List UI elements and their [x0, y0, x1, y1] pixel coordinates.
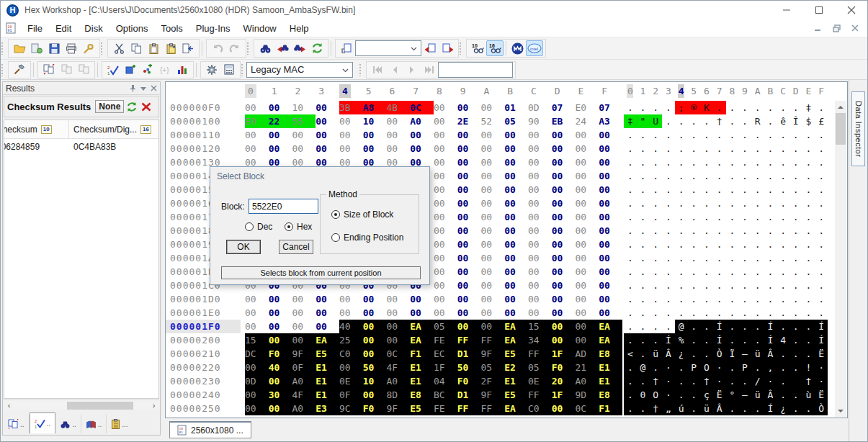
ascii-char[interactable]: .: [624, 361, 637, 374]
ascii-char[interactable]: .: [624, 183, 637, 197]
ascii-char[interactable]: .: [649, 101, 662, 114]
ascii-char[interactable]: .: [662, 155, 675, 169]
select-from-current-position-button[interactable]: Selects block from current position: [221, 266, 421, 279]
hex-byte[interactable]: 00: [434, 224, 457, 238]
hex-byte[interactable]: 00: [434, 251, 457, 265]
hex-byte[interactable]: 00: [481, 101, 505, 114]
ascii-char[interactable]: .: [713, 238, 726, 251]
ascii-char[interactable]: .: [713, 251, 726, 265]
ascii-char[interactable]: .: [751, 279, 764, 292]
ascii-char[interactable]: .: [764, 224, 777, 238]
ascii-char[interactable]: .: [687, 279, 700, 292]
hex-byte[interactable]: 00: [457, 279, 481, 292]
ascii-char[interactable]: .: [751, 183, 764, 197]
hex-byte[interactable]: 00: [457, 238, 481, 251]
hex-byte[interactable]: 00: [269, 374, 292, 388]
hex-byte[interactable]: 00: [387, 292, 411, 306]
hex-byte[interactable]: 4B: [387, 101, 411, 114]
ascii-char[interactable]: .: [624, 101, 637, 114]
hex-byte[interactable]: 10: [363, 374, 387, 388]
hex-byte[interactable]: 00: [481, 279, 505, 292]
ascii-char[interactable]: †: [649, 374, 662, 388]
ascii-char[interactable]: .: [662, 142, 675, 155]
ascii-char[interactable]: ú: [675, 402, 688, 415]
ascii-char[interactable]: .: [649, 197, 662, 210]
hex-byte[interactable]: 00: [504, 128, 528, 142]
scroll-left-icon[interactable]: ‹: [4, 401, 14, 410]
ascii-char[interactable]: .: [649, 155, 662, 169]
ascii-char[interactable]: ®: [687, 101, 700, 114]
ascii-char[interactable]: .: [802, 224, 815, 238]
ascii-char[interactable]: Â: [662, 347, 675, 361]
cancel-button[interactable]: Cancel: [279, 240, 313, 254]
ascii-char[interactable]: .: [777, 101, 789, 114]
ascii-char[interactable]: .: [637, 128, 650, 142]
menu-edit[interactable]: Edit: [49, 21, 78, 36]
ascii-char[interactable]: .: [726, 210, 739, 224]
hex-byte[interactable]: 00: [599, 155, 622, 169]
ascii-char[interactable]: Â: [764, 347, 777, 361]
hex-byte[interactable]: A0: [387, 374, 411, 388]
hex-byte[interactable]: 00: [552, 265, 576, 279]
hex-byte[interactable]: 00: [552, 402, 576, 415]
compare-tab[interactable]: ..: [4, 415, 30, 433]
hex-byte[interactable]: 52: [481, 114, 505, 128]
ascii-char[interactable]: .: [777, 210, 789, 224]
hex-byte[interactable]: E8: [599, 347, 622, 361]
ascii-char[interactable]: .: [726, 101, 739, 114]
ascii-char[interactable]: .: [649, 238, 662, 251]
ascii-char[interactable]: Ò: [815, 402, 828, 415]
panel-menu-icon[interactable]: [140, 86, 146, 91]
ascii-char[interactable]: .: [675, 265, 688, 279]
ascii-char[interactable]: .: [815, 224, 828, 238]
ascii-char[interactable]: .: [662, 101, 675, 114]
ascii-char[interactable]: .: [726, 197, 739, 210]
ascii-char[interactable]: .: [789, 238, 802, 251]
hex-byte[interactable]: 00: [269, 292, 292, 306]
ending-position-circle[interactable]: [331, 233, 340, 242]
hex-byte[interactable]: 25: [339, 333, 363, 347]
ascii-char[interactable]: .: [649, 224, 662, 238]
minimize-button[interactable]: [770, 1, 802, 19]
ascii-char[interactable]: .: [700, 320, 713, 333]
ascii-char[interactable]: .: [751, 306, 764, 320]
hex-byte[interactable]: 00: [528, 169, 552, 183]
hex-byte[interactable]: 00: [481, 320, 505, 333]
hex-byte[interactable]: 15: [528, 320, 552, 333]
hex-byte[interactable]: 04: [434, 374, 457, 388]
toolbar-grip[interactable]: [246, 42, 250, 55]
ascii-char[interactable]: .: [738, 128, 751, 142]
ascii-char[interactable]: .: [789, 306, 802, 320]
hex-byte[interactable]: 00: [576, 224, 599, 238]
ascii-char[interactable]: .: [662, 279, 675, 292]
hex-byte[interactable]: 00: [363, 333, 387, 347]
ascii-char[interactable]: ·: [662, 361, 675, 374]
ascii-char[interactable]: .: [662, 292, 675, 306]
hex-byte[interactable]: 00: [245, 320, 269, 333]
hex-byte[interactable]: 00: [363, 292, 387, 306]
menu-plugins[interactable]: Plug-Ins: [189, 21, 237, 36]
hex-byte[interactable]: 00: [576, 183, 599, 197]
ascii-char[interactable]: .: [713, 306, 726, 320]
ascii-char[interactable]: .: [802, 210, 815, 224]
ascii-char[interactable]: .: [624, 238, 637, 251]
ascii-char[interactable]: .: [700, 292, 713, 306]
toolbar-grip[interactable]: [359, 63, 362, 76]
hex-byte[interactable]: 1F: [434, 361, 457, 374]
hex-byte[interactable]: E1: [410, 361, 434, 374]
ascii-char[interactable]: .: [637, 265, 650, 279]
hex-byte[interactable]: 00: [481, 238, 505, 251]
hex-byte[interactable]: 00: [481, 224, 505, 238]
ascii-char[interactable]: .: [738, 402, 751, 415]
ascii-char[interactable]: .: [815, 183, 828, 197]
ascii-char[interactable]: .: [637, 279, 650, 292]
hex-byte[interactable]: 00: [481, 155, 505, 169]
hex-byte[interactable]: 00: [528, 197, 552, 210]
cut-button[interactable]: [110, 40, 127, 56]
hex-byte[interactable]: 0E: [339, 374, 363, 388]
hex-byte[interactable]: 01: [504, 101, 528, 114]
ascii-char[interactable]: .: [675, 361, 688, 374]
ascii-char[interactable]: .: [751, 292, 764, 306]
hex-byte[interactable]: D1: [457, 388, 481, 402]
ascii-char[interactable]: .: [675, 114, 688, 128]
